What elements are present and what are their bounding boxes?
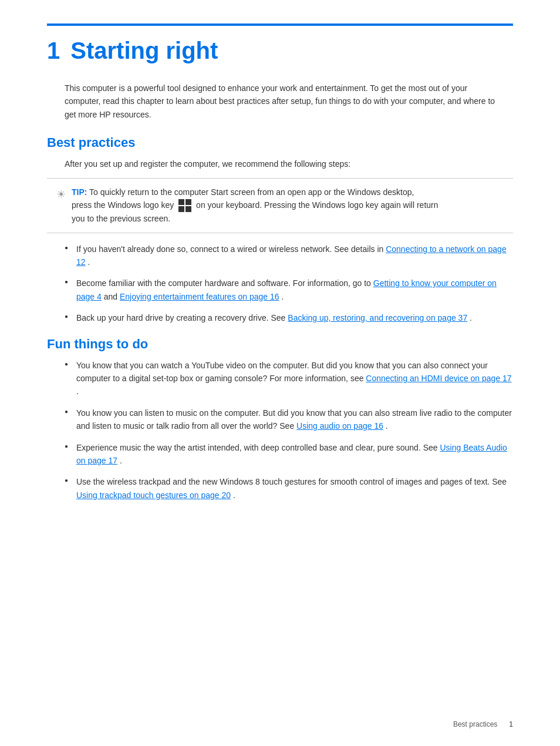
backing-up-link[interactable]: Backing up, restoring, and recovering on… [288, 313, 467, 322]
windows-key-icon [178, 199, 191, 212]
bullet-text-middle: and [104, 292, 120, 301]
intro-text: This computer is a powerful tool designe… [65, 82, 495, 121]
tip-icon: ☀ [56, 186, 66, 203]
footer-page-number: 1 [509, 720, 513, 728]
chapter-number: 1 [47, 38, 60, 64]
footer-section-label: Best practices [453, 720, 497, 728]
top-border [47, 23, 513, 26]
bullet-text: If you haven't already done so, connect … [76, 244, 386, 254]
enjoying-entertainment-link[interactable]: Enjoying entertainment features on page … [120, 292, 279, 301]
best-practices-title: Best practices [47, 135, 513, 150]
best-practices-list: If you haven't already done so, connect … [65, 243, 513, 325]
bullet-period: . [386, 421, 388, 431]
best-practices-section: Best practices After you set up and regi… [47, 135, 513, 324]
bullet-period: . [233, 490, 235, 500]
list-item: Become familiar with the computer hardwa… [65, 277, 513, 303]
tip-content: TIP: To quickly return to the computer S… [72, 186, 504, 226]
bullet-period: . [120, 456, 122, 465]
page-container: 1 Starting right This computer is a powe… [0, 0, 560, 560]
tip-text4: you to the previous screen. [72, 214, 170, 223]
bullet-period: . [76, 387, 79, 396]
list-item: Back up your hard drive by creating a re… [65, 311, 513, 324]
bullet-period: . [87, 257, 90, 267]
fun-things-title: Fun things to do [47, 337, 513, 352]
list-item: You know that you can watch a YouTube vi… [65, 359, 513, 398]
chapter-header: 1 Starting right [47, 38, 513, 64]
tip-text2: press the Windows logo key [72, 200, 176, 210]
list-item: Experience music the way the artist inte… [65, 441, 513, 468]
tip-label: TIP: [72, 187, 87, 197]
bullet-text: Become familiar with the computer hardwa… [76, 278, 373, 288]
tip-box: ☀ TIP: To quickly return to the computer… [47, 178, 513, 233]
tip-text3: on your keyboard. Pressing the Windows l… [196, 200, 438, 210]
list-item: You know you can listen to music on the … [65, 406, 513, 433]
bullet-period: . [282, 292, 284, 301]
footer: Best practices 1 [453, 720, 513, 728]
tip-text1: To quickly return to the computer Start … [89, 187, 414, 197]
hdmi-device-link[interactable]: Connecting an HDMI device on page 17 [366, 374, 511, 383]
list-item: If you haven't already done so, connect … [65, 243, 513, 269]
bullet-text: Use the wireless trackpad and the new Wi… [76, 477, 507, 486]
bullet-period: . [470, 313, 472, 322]
list-item: Use the wireless trackpad and the new Wi… [65, 475, 513, 502]
chapter-title: Starting right [70, 38, 218, 64]
using-audio-link[interactable]: Using audio on page 16 [296, 421, 383, 431]
bullet-text: Experience music the way the artist inte… [76, 443, 440, 452]
trackpad-gestures-link[interactable]: Using trackpad touch gestures on page 20 [76, 490, 231, 500]
best-practices-subtitle: After you set up and register the comput… [65, 157, 495, 170]
fun-things-section: Fun things to do You know that you can w… [47, 337, 513, 502]
bullet-text: You know you can listen to music on the … [76, 408, 512, 431]
bullet-text: Back up your hard drive by creating a re… [76, 313, 288, 322]
fun-things-list: You know that you can watch a YouTube vi… [65, 359, 513, 502]
